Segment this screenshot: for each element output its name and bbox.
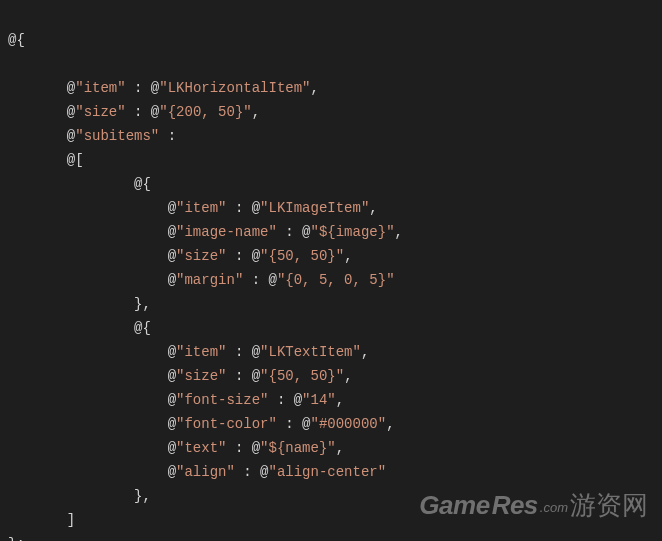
key-size: size [84, 104, 118, 120]
key-subitems: subitems [84, 128, 151, 144]
code-line: @[ [8, 152, 84, 168]
code-line: @"text" : @"${name}", [8, 440, 344, 456]
val-size: {200, 50} [168, 104, 244, 120]
val-item: LKTextItem [269, 344, 353, 360]
key-align: align [184, 464, 226, 480]
val-size: {50, 50} [269, 248, 336, 264]
code-line: @"item" : @"LKImageItem", [8, 200, 378, 216]
key-item: item [84, 80, 118, 96]
code-line: @"subitems" : [8, 128, 176, 144]
key-size: size [184, 368, 218, 384]
key-font-size: font-size [184, 392, 260, 408]
val-font-size: 14 [311, 392, 328, 408]
code-line: @{ [8, 320, 151, 336]
code-line: ] [8, 512, 75, 528]
val-size: {50, 50} [269, 368, 336, 384]
code-block: @{ @"item" : @"LKHorizontalItem", @"size… [0, 0, 662, 541]
val-font-color: #000000 [319, 416, 378, 432]
code-line: @"item" : @"LKTextItem", [8, 344, 369, 360]
key-size: size [184, 248, 218, 264]
code-line: @"margin" : @"{0, 5, 0, 5}" [8, 272, 395, 288]
code-line: @"size" : @"{200, 50}", [8, 104, 260, 120]
code-line: @"font-color" : @"#000000", [8, 416, 395, 432]
code-line: @"image-name" : @"${image}", [8, 224, 403, 240]
code-line: @"font-size" : @"14", [8, 392, 344, 408]
key-item: item [184, 200, 218, 216]
code-line: @{ [8, 32, 25, 48]
code-line: }, [8, 488, 151, 504]
code-line: @{ [8, 176, 151, 192]
key-image-name: image-name [184, 224, 268, 240]
code-line: }; [8, 536, 25, 541]
code-line: @"size" : @"{50, 50}", [8, 368, 353, 384]
val-item: LKImageItem [269, 200, 361, 216]
val-margin: {0, 5, 0, 5} [285, 272, 386, 288]
val-item: LKHorizontalItem [168, 80, 302, 96]
code-line [8, 56, 16, 72]
code-line: @"item" : @"LKHorizontalItem", [8, 80, 319, 96]
val-align: align-center [277, 464, 378, 480]
val-text: ${name} [269, 440, 328, 456]
key-font-color: font-color [184, 416, 268, 432]
code-line: @"size" : @"{50, 50}", [8, 248, 353, 264]
key-text: text [184, 440, 218, 456]
code-line: }, [8, 296, 151, 312]
val-image-name: ${image} [319, 224, 386, 240]
code-line: @"align" : @"align-center" [8, 464, 386, 480]
key-margin: margin [184, 272, 234, 288]
key-item: item [184, 344, 218, 360]
